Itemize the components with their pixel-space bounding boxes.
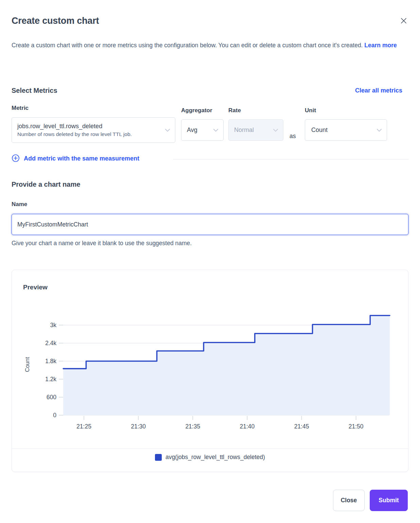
clear-all-metrics-link[interactable]: Clear all metrics <box>355 87 402 94</box>
close-button[interactable]: Close <box>333 490 365 511</box>
svg-text:1.2k: 1.2k <box>45 376 56 383</box>
legend-swatch-icon <box>155 454 162 461</box>
page-title: Create custom chart <box>12 16 99 26</box>
submit-button[interactable]: Submit <box>370 490 408 511</box>
close-icon <box>400 17 407 26</box>
svg-text:0: 0 <box>53 412 56 419</box>
description-text: Create a custom chart with one or more m… <box>12 42 363 49</box>
chevron-down-icon <box>165 127 170 133</box>
dialog-close-button[interactable] <box>398 15 410 27</box>
unit-select-value: Count <box>311 126 328 134</box>
aggregator-select-value: Avg <box>187 126 197 134</box>
add-metric-button[interactable]: Add metric with the same measurement <box>12 154 139 163</box>
rate-select: Normal <box>228 119 283 141</box>
rate-select-value: Normal <box>234 126 254 134</box>
svg-text:21:40: 21:40 <box>240 423 255 430</box>
preview-chart: 06001.2k1.8k2.4k3k21:2521:3021:3521:4021… <box>12 302 408 433</box>
chart-legend: avg(jobs_row_level_ttl_rows_deleted) <box>12 454 408 461</box>
svg-text:21:25: 21:25 <box>76 423 91 430</box>
svg-text:21:50: 21:50 <box>349 423 364 430</box>
add-metric-label: Add metric with the same measurement <box>24 155 139 162</box>
metric-label: Metric <box>12 105 29 112</box>
svg-text:21:35: 21:35 <box>185 423 200 430</box>
name-helper-text: Give your chart a name or leave it blank… <box>12 240 192 247</box>
chevron-down-icon <box>213 127 218 133</box>
select-metrics-heading: Select Metrics <box>12 87 57 95</box>
chart-name-heading: Provide a chart name <box>12 181 80 188</box>
chevron-down-icon <box>377 127 382 133</box>
metrics-divider <box>173 159 408 159</box>
legend-divider <box>12 449 408 449</box>
legend-label: avg(jobs_row_level_ttl_rows_deleted) <box>165 454 265 461</box>
metric-select[interactable]: jobs.row_level_ttl.rows_deleted Number o… <box>12 117 175 143</box>
preview-heading: Preview <box>23 284 48 291</box>
aggregator-label: Aggregator <box>181 107 212 114</box>
name-input[interactable] <box>12 214 408 235</box>
unit-select[interactable]: Count <box>305 119 387 141</box>
aggregator-select[interactable]: Avg <box>181 119 224 141</box>
preview-card: Preview 06001.2k1.8k2.4k3k21:2521:3021:3… <box>12 270 408 472</box>
metric-select-description: Number of rows deleted by the row level … <box>17 131 132 137</box>
metric-select-value: jobs.row_level_ttl.rows_deleted <box>17 123 102 130</box>
svg-text:1.8k: 1.8k <box>45 358 56 365</box>
chevron-down-icon <box>273 127 278 133</box>
create-custom-chart-dialog: Create custom chart Create a custom char… <box>0 0 420 523</box>
modal-description: Create a custom chart with one or more m… <box>12 39 402 52</box>
svg-text:600: 600 <box>47 394 56 401</box>
rate-label: Rate <box>228 107 241 114</box>
svg-text:2.4k: 2.4k <box>45 340 56 347</box>
svg-text:3k: 3k <box>50 322 57 328</box>
name-label: Name <box>12 201 27 208</box>
learn-more-link[interactable]: Learn more <box>364 42 397 49</box>
svg-text:21:30: 21:30 <box>131 423 146 430</box>
y-axis-title: Count <box>24 357 30 372</box>
plus-circle-icon <box>12 154 20 163</box>
svg-text:21:45: 21:45 <box>294 423 309 430</box>
unit-label: Unit <box>305 107 316 114</box>
as-label: as <box>290 133 296 140</box>
